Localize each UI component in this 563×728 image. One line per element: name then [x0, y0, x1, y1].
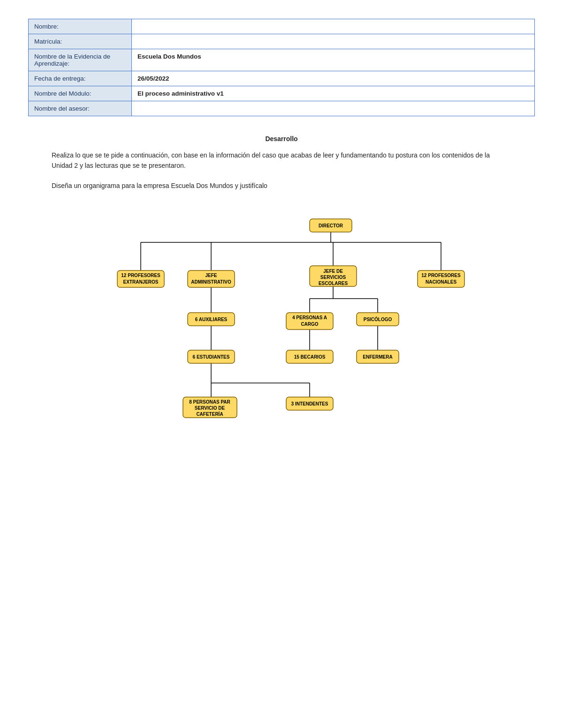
node-estudiantes: 6 ESTUDIANTES	[188, 350, 235, 363]
svg-text:3 INTENDENTES: 3 INTENDENTES	[291, 401, 328, 406]
value-fecha: 26/05/2022	[132, 71, 535, 86]
svg-text:PSICÓLOGO: PSICÓLOGO	[364, 316, 392, 322]
svg-text:4 PERSONAS A: 4 PERSONAS A	[292, 315, 327, 320]
value-matricula	[132, 34, 535, 49]
label-nombre: Nombre:	[29, 19, 132, 34]
main-content: Desarrollo Realiza lo que se te pide a c…	[52, 135, 511, 467]
svg-text:NACIONALES: NACIONALES	[426, 279, 456, 285]
node-director: DIRECTOR	[310, 219, 352, 232]
svg-text:CARGO: CARGO	[301, 322, 318, 327]
svg-text:ESCOLARES: ESCOLARES	[319, 281, 348, 286]
label-matricula: Matrícula:	[29, 34, 132, 49]
node-intendentes: 3 INTENDENTES	[286, 397, 333, 410]
node-personas-cargo: 4 PERSONAS A CARGO	[286, 313, 333, 330]
organigrama-svg: DIRECTOR 12 PROFESORES EXTRANJEROS JEFE …	[52, 205, 511, 467]
svg-text:15 BECARIOS: 15 BECARIOS	[294, 354, 326, 360]
paragraph-1: Realiza lo que se te pide a continuación…	[52, 150, 511, 171]
node-psicologo: PSICÓLOGO	[357, 313, 399, 326]
svg-text:12 PROFESORES: 12 PROFESORES	[421, 273, 461, 278]
svg-text:ADMINISTRATIVO: ADMINISTRATIVO	[191, 279, 231, 285]
svg-text:DIRECTOR: DIRECTOR	[319, 223, 343, 228]
svg-text:SERVICIOS: SERVICIOS	[320, 275, 346, 280]
value-nombre	[132, 19, 535, 34]
svg-text:6 AUXILIARES: 6 AUXILIARES	[195, 317, 228, 322]
info-table: Nombre: Matrícula: Nombre de la Evidenci…	[28, 19, 535, 116]
svg-text:EXTRANJEROS: EXTRANJEROS	[123, 279, 158, 285]
svg-text:CAFETERÍA: CAFETERÍA	[196, 411, 223, 417]
table-row-nombre: Nombre:	[29, 19, 535, 34]
svg-text:JEFE: JEFE	[205, 273, 217, 278]
node-jefe-adm: JEFE ADMINISTRATIVO	[188, 270, 235, 287]
table-row-modulo: Nombre del Módulo: El proceso administra…	[29, 86, 535, 101]
table-row-matricula: Matrícula:	[29, 34, 535, 49]
svg-text:SERVICIO DE: SERVICIO DE	[195, 405, 225, 411]
svg-text:12 PROFESORES: 12 PROFESORES	[121, 273, 160, 278]
label-evidencia: Nombre de la Evidencia deAprendizaje:	[29, 49, 132, 71]
node-prof-ext: 12 PROFESORES EXTRANJEROS	[117, 270, 164, 287]
label-modulo: Nombre del Módulo:	[29, 86, 132, 101]
organigrama-container: DIRECTOR 12 PROFESORES EXTRANJEROS JEFE …	[52, 205, 511, 467]
svg-text:ENFERMERA: ENFERMERA	[363, 354, 392, 360]
node-auxiliares: 6 AUXILIARES	[188, 313, 235, 326]
table-row-fecha: Fecha de entrega: 26/05/2022	[29, 71, 535, 86]
svg-text:6 ESTUDIANTES: 6 ESTUDIANTES	[193, 354, 230, 360]
svg-text:8 PERSONAS PAR: 8 PERSONAS PAR	[189, 399, 230, 405]
label-asesor: Nombre del asesor:	[29, 101, 132, 116]
paragraph-2: Diseña un organigrama para la empresa Es…	[52, 180, 511, 191]
node-enfermera: ENFERMERA	[357, 350, 399, 363]
section-title: Desarrollo	[52, 135, 511, 143]
node-becarios: 15 BECARIOS	[286, 350, 333, 363]
value-asesor	[132, 101, 535, 116]
value-modulo: El proceso administrativo v1	[132, 86, 535, 101]
table-row-evidencia: Nombre de la Evidencia deAprendizaje: Es…	[29, 49, 535, 71]
node-jefe-serv: JEFE DE SERVICIOS ESCOLARES	[310, 266, 357, 286]
label-fecha: Fecha de entrega:	[29, 71, 132, 86]
value-evidencia: Escuela Dos Mundos	[132, 49, 535, 71]
svg-text:JEFE DE: JEFE DE	[323, 269, 343, 274]
node-cafeteria: 8 PERSONAS PAR SERVICIO DE CAFETERÍA	[183, 397, 237, 418]
node-prof-nac: 12 PROFESORES NACIONALES	[418, 270, 464, 287]
table-row-asesor: Nombre del asesor:	[29, 101, 535, 116]
